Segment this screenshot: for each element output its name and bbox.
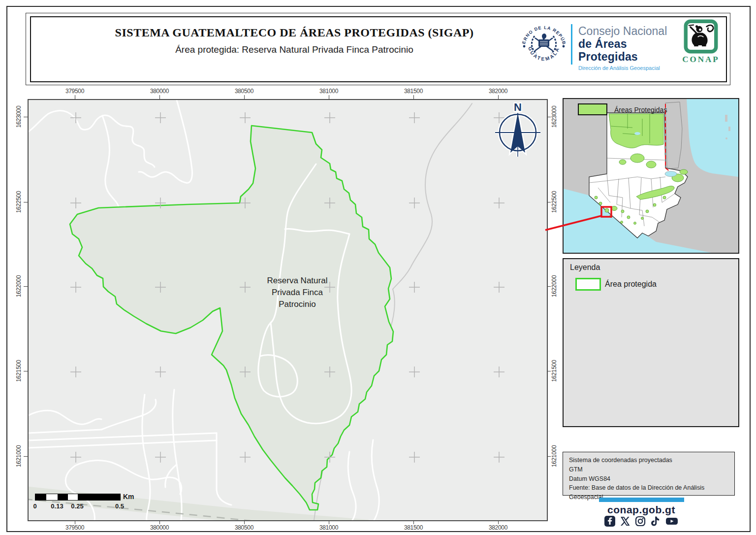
title-block: SISTEMA GUATEMALTECO DE ÁREAS PROTEGIDAS… [65, 26, 523, 55]
x-icon [620, 516, 630, 529]
protected-area-swatch [575, 278, 601, 291]
conap-wordmark: CONAP [671, 55, 730, 65]
x-axis-label: 382000 [478, 524, 518, 531]
axis-tick [244, 95, 245, 99]
header-divider [571, 24, 572, 65]
scale-unit: Km [123, 493, 134, 501]
page-subtitle: Área protegida: Reserva Natural Privada … [65, 44, 523, 55]
legend-item-label: Área protegida [605, 280, 657, 289]
info-line: Datum WGS84 [569, 474, 734, 484]
social-icons-row [587, 516, 695, 529]
y-axis-label: 1621500 [15, 351, 22, 391]
axis-tick [24, 371, 28, 371]
axis-tick [159, 95, 160, 99]
y-axis-label: 1622500 [551, 182, 558, 222]
inset-locator-map: Áreas Protegidas [563, 98, 739, 254]
y-axis-label: 1622500 [15, 182, 22, 222]
x-axis-label: 379500 [55, 88, 94, 95]
main-map: Reserva Natural Privada Finca Patrocinio… [28, 99, 548, 521]
info-line: Sistema de coordenadas proyectadas [569, 456, 734, 465]
org-line2: de Áreas Protegidas [578, 38, 677, 64]
area-label-line3: Patrocinio [279, 300, 316, 309]
coordinate-system-info: Sistema de coordenadas proyectadas GTM D… [563, 452, 735, 496]
x-axis-label: 380500 [224, 88, 264, 95]
y-axis-label: 1623000 [551, 97, 558, 136]
x-axis-label: 381500 [394, 88, 433, 95]
x-axis-label: 379500 [55, 524, 94, 531]
legend-title: Leyenda [570, 263, 600, 272]
scale-label: 0.25 [69, 502, 85, 510]
info-line: GTM [569, 465, 734, 474]
x-axis-label: 380500 [224, 524, 264, 531]
legend-panel: Leyenda Área protegida [563, 258, 739, 427]
axis-tick [329, 95, 329, 99]
conap-logo: CONAP [671, 19, 730, 65]
y-axis-label: 1621000 [551, 436, 558, 476]
conap-monkey-icon [684, 19, 718, 54]
scale-label: 0 [31, 502, 39, 510]
axis-tick [24, 202, 28, 202]
inset-legend-swatch [578, 104, 607, 115]
axis-tick [413, 95, 414, 99]
instagram-icon [635, 516, 646, 529]
x-axis-label: 381000 [309, 524, 348, 531]
scale-label: 0.13 [49, 502, 65, 510]
scale-bar [35, 494, 121, 501]
org-line3: Dirección de Análisis Geoespacial [578, 65, 677, 71]
y-axis-label: 1621500 [551, 351, 558, 391]
x-axis-label: 380000 [140, 524, 179, 531]
page-title: SISTEMA GUATEMALTECO DE ÁREAS PROTEGIDAS… [65, 26, 523, 39]
header: SISTEMA GUATEMALTECO DE ÁREAS PROTEGIDAS… [30, 16, 727, 82]
guatemala-government-seal-icon: GOBIERNO DE LA REPÚBLICA GUATEMALA [520, 19, 568, 67]
axis-tick [498, 95, 499, 99]
y-axis-label: 1622000 [551, 267, 558, 306]
y-axis-label: 1623000 [15, 97, 22, 136]
y-axis-label: 1621000 [15, 436, 22, 476]
axis-tick [24, 456, 28, 457]
axis-tick [75, 95, 75, 99]
website-text: conap.gob.gt [587, 504, 695, 516]
inset-legend-label: Áreas Protegidas [614, 106, 667, 114]
x-axis-label: 380000 [140, 88, 179, 95]
x-axis-label: 382000 [478, 88, 518, 95]
area-label-line2: Privada Finca [272, 288, 323, 297]
y-axis-label: 1622000 [15, 267, 22, 306]
x-axis-label: 381500 [394, 524, 433, 531]
conap-org-text: Consejo Nacional de Áreas Protegidas Dir… [578, 25, 677, 71]
north-label: N [514, 101, 522, 113]
area-label-line1: Reserva Natural [267, 276, 328, 285]
scale-label: 0.5 [114, 502, 126, 510]
footer-accent-bar [599, 498, 684, 502]
org-line1: Consejo Nacional [578, 25, 677, 38]
facebook-icon [604, 516, 615, 529]
axis-tick [24, 117, 28, 117]
tiktok-icon [650, 516, 661, 529]
axis-tick [24, 286, 28, 287]
youtube-icon [665, 516, 678, 529]
x-axis-label: 381000 [309, 88, 348, 95]
